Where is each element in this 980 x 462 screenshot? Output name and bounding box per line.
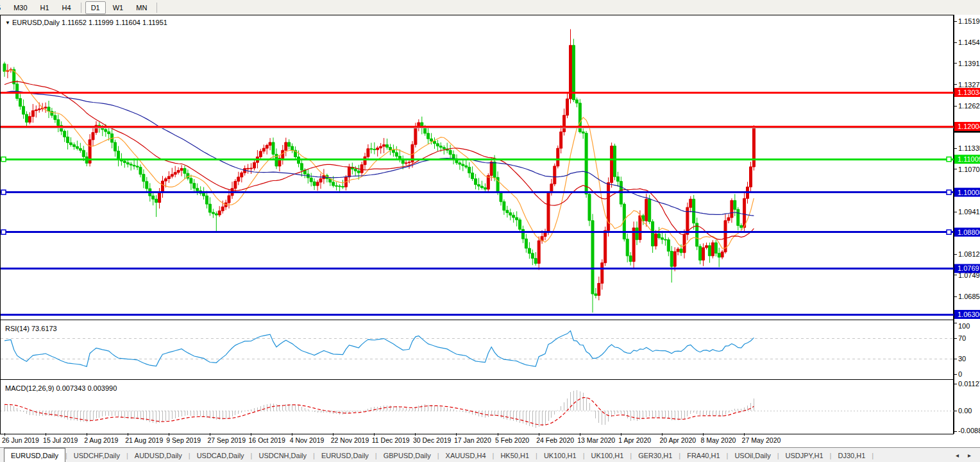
rsi-panel-border: [1, 320, 954, 381]
chart-tab-xauusd-h4[interactable]: XAUUSD,H4: [439, 448, 493, 462]
date-axis-label: 30 Dec 2019: [413, 436, 452, 444]
price-axis-label: 1.13270: [958, 81, 980, 89]
chart-tab-eurusd-daily[interactable]: EURUSD,Daily: [315, 448, 375, 462]
chart-tab-dj30-h1[interactable]: DJ30,H1: [831, 448, 872, 462]
chart-tab-eurusd-daily[interactable]: EURUSD,Daily: [4, 448, 65, 462]
chart-title: ▼ EURUSD,Daily 1.11652 1.11999 1.11604 1…: [5, 19, 167, 26]
timeframe-toolbar: 5M30H1H4D1W1MN: [0, 0, 980, 15]
chart-tabs-bar: EURUSD,Daily|USDCHF,Daily|AUDUSD,Daily|U…: [0, 447, 980, 462]
line-handle[interactable]: [1, 157, 6, 162]
chart-tab-gbpusd-daily[interactable]: GBPUSD,Daily: [377, 448, 437, 462]
tab-scroll-left-arrow[interactable]: ◂: [956, 452, 959, 459]
date-axis-label: 9 Sep 2019: [166, 436, 201, 444]
timeframe-button-H1[interactable]: H1: [35, 1, 55, 14]
rsi-value: 73.6173: [31, 325, 57, 332]
line-price-badge-1.13034: 1.13034: [958, 89, 980, 96]
chart-tab-usoil-daily[interactable]: USOil,Daily: [728, 448, 777, 462]
chart-tab-uk100-h1[interactable]: UK100,H1: [537, 448, 583, 462]
date-axis-label: 1 Apr 2020: [618, 436, 651, 444]
price-axis-label: 1.10705: [958, 166, 980, 173]
toolbar-separator: [156, 3, 157, 13]
date-axis-label: 5 Feb 2020: [495, 436, 529, 444]
rsi-axis-label: 70: [958, 334, 966, 342]
date-axis-label: 15 Jul 2019: [43, 436, 78, 444]
macd-label: MACD(12,26,9): [5, 384, 54, 392]
rsi-axis-label: 100: [958, 322, 970, 330]
date-axis-label: 21 Aug 2019: [125, 436, 163, 444]
line-price-badge-1.06306: 1.06306: [958, 311, 980, 318]
macd-values: 0.007343 0.003990: [56, 384, 117, 392]
price-axis-label: 1.15190: [958, 17, 980, 25]
line-handle[interactable]: [947, 190, 951, 194]
chart-tab-uk100-h1[interactable]: UK100,H1: [585, 448, 630, 462]
chart-tab-hk50-h1[interactable]: HK50,H1: [494, 448, 536, 462]
chart-tab-usdcad-daily[interactable]: USDCAD,Daily: [190, 448, 251, 462]
date-axis-label: 24 Feb 2020: [536, 436, 574, 444]
macd-panel-border: [1, 380, 954, 434]
date-axis-label: 27 May 2020: [742, 436, 781, 444]
date-axis-label: 22 Nov 2019: [331, 436, 369, 444]
line-price-badge-1.11009: 1.11009: [958, 155, 980, 163]
chart-window[interactable]: 1.151901.145451.139151.132701.126251.113…: [0, 15, 980, 447]
price-axis-label: 1.13915: [958, 60, 980, 67]
timeframe-button-MN[interactable]: MN: [130, 1, 153, 14]
main-panel-border: [1, 15, 954, 322]
line-handle[interactable]: [1, 190, 6, 194]
price-axis-label: 1.08125: [958, 250, 980, 258]
chart-tab-usdchf-daily[interactable]: USDCHF,Daily: [67, 448, 126, 462]
macd-panel-title: MACD(12,26,9) 0.007343 0.003990: [5, 384, 117, 392]
line-price-badge-1.07697: 1.07697: [958, 264, 980, 272]
macd-axis-label: 0.00: [958, 407, 972, 415]
line-handle[interactable]: [947, 230, 951, 234]
timeframe-button-W1[interactable]: W1: [107, 1, 130, 14]
chart-canvas[interactable]: 1.151901.145451.139151.132701.126251.113…: [0, 15, 980, 447]
date-axis-label: 2 Aug 2019: [84, 436, 118, 444]
line-handle[interactable]: [947, 157, 951, 162]
tab-scroll-right-arrow[interactable]: ▸: [968, 452, 971, 459]
date-axis-label: 8 May 2020: [701, 436, 736, 444]
date-axis-label: 20 Apr 2020: [659, 436, 696, 444]
timeframe-button-H4[interactable]: H4: [56, 1, 77, 14]
trading-terminal-window: 5M30H1H4D1W1MN 1.151901.145451.139151.13…: [0, 0, 980, 462]
price-axis-label: 1.12625: [958, 102, 980, 110]
timeframe-button-M30[interactable]: M30: [8, 1, 33, 14]
line-price-badge-1.12004: 1.12004: [958, 123, 980, 130]
date-axis-label: 13 Mar 2020: [577, 436, 615, 444]
rsi-label: RSI(14): [5, 325, 30, 332]
rsi-axis-label: 30: [958, 355, 966, 363]
line-handle[interactable]: [1, 230, 6, 234]
date-axis-label: 16 Oct 2019: [249, 436, 285, 444]
date-axis-label: 26 Jun 2019: [2, 436, 39, 444]
line-price-badge-1.08800: 1.08800: [958, 228, 980, 236]
rsi-panel-title: RSI(14) 73.6173: [5, 325, 57, 332]
macd-axis-label: 0.011277: [958, 380, 980, 388]
price-axis-label: 1.06850: [958, 293, 980, 300]
chart-tab-fra40-h1[interactable]: FRA40,H1: [680, 448, 726, 462]
chart-tab-audusd-daily[interactable]: AUDUSD,Daily: [128, 448, 189, 462]
rsi-axis-label: 0: [958, 370, 962, 378]
symbol-dropdown-icon[interactable]: ▼: [5, 20, 10, 26]
macd-axis-label: -0.00884: [958, 427, 980, 434]
chart-tab-usdjpy-h1[interactable]: USDJPY,H1: [779, 448, 830, 462]
chart-tab-ger30-h1[interactable]: GER30,H1: [632, 448, 679, 462]
chart-symbol-label: EURUSD,Daily: [12, 19, 60, 26]
chart-ohlc-values: 1.11652 1.11999 1.11604 1.11951: [62, 19, 167, 26]
date-axis-label: 27 Sep 2019: [207, 436, 246, 444]
chart-tab-usdcnh-daily[interactable]: USDCNH,Daily: [252, 448, 313, 462]
toolbar-separator: [81, 3, 81, 13]
price-axis-label: 1.14545: [958, 38, 980, 46]
date-axis-label: 4 Nov 2019: [290, 436, 325, 444]
price-axis-label: 1.09415: [958, 208, 980, 216]
timeframe-button-D1[interactable]: D1: [85, 1, 106, 14]
price-axis-label: 1.11335: [958, 144, 980, 152]
tab-separator: |: [872, 452, 874, 459]
date-axis-label: 17 Jan 2020: [454, 436, 491, 444]
timeframe-button-5[interactable]: 5: [0, 1, 6, 14]
date-axis-label: 11 Dec 2019: [372, 436, 410, 444]
line-price-badge-1.10008: 1.10008: [958, 189, 980, 196]
